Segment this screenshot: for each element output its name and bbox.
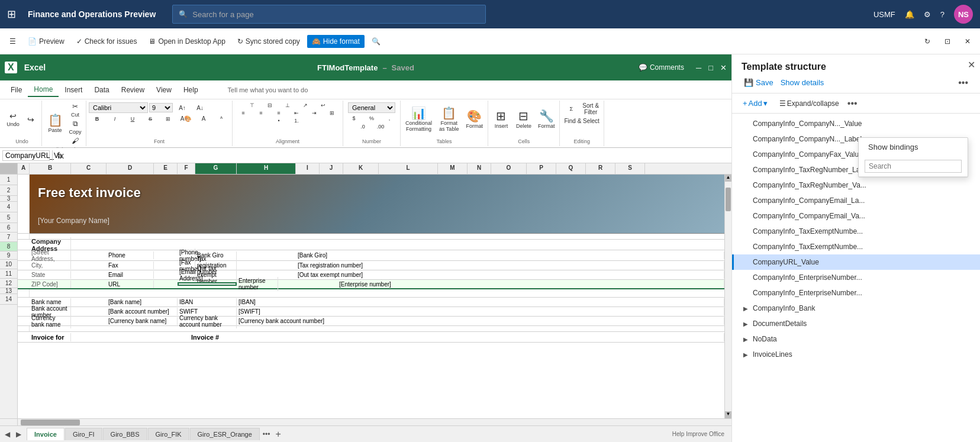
- sort-filter-btn[interactable]: Sort &Filter: [581, 102, 601, 116]
- tab-next-btn[interactable]: ▶: [14, 429, 24, 440]
- tab-help[interactable]: Help: [178, 83, 204, 96]
- row-9[interactable]: 9: [0, 251, 17, 260]
- preview-btn[interactable]: 📄 Preview: [23, 35, 69, 48]
- open-desktop-btn[interactable]: 🖥 Open in Desktop App: [144, 35, 230, 48]
- row-5[interactable]: 5: [0, 212, 17, 223]
- align-right-btn[interactable]: ≡: [270, 109, 287, 117]
- show-bindings-menu-item[interactable]: Show bindings: [859, 138, 968, 156]
- col-header-K[interactable]: K: [343, 163, 379, 174]
- row-2[interactable]: 2: [0, 185, 17, 196]
- vertical-scrollbar[interactable]: ▲ ▼: [724, 175, 731, 418]
- tree-item-ci8[interactable]: CompanyInfo_TaxExemptNumbe...: [732, 224, 980, 239]
- delete-cells-btn[interactable]: ⊟ Delete: [513, 109, 534, 130]
- col-header-Q[interactable]: Q: [556, 163, 586, 174]
- col-header-G[interactable]: G: [195, 163, 237, 174]
- excel-minimize-icon[interactable]: ─: [696, 63, 701, 72]
- row-12[interactable]: 12: [0, 279, 17, 288]
- tree-item-ci12[interactable]: CompanyInfo_EnterpriseNumber...: [732, 285, 980, 301]
- copy-btn[interactable]: ⧉Copy: [67, 119, 83, 135]
- conditional-formatting-btn[interactable]: 📊 ConditionalFormatting: [403, 106, 434, 133]
- cells-area[interactable]: Free text invoice [Your Company Name] Co…: [18, 175, 724, 418]
- row-10[interactable]: 10: [0, 260, 17, 269]
- check-issues-btn[interactable]: ✓ Check for issues: [72, 35, 142, 48]
- align-center-btn[interactable]: ≡: [253, 109, 269, 117]
- row-13[interactable]: 13: [0, 288, 17, 294]
- sheet-tab-invoice[interactable]: Invoice: [27, 428, 65, 440]
- increase-indent-btn[interactable]: ⇥: [306, 109, 323, 117]
- tree-item-ci7[interactable]: CompanyInfo_CompanyEmail_Va...: [732, 208, 980, 224]
- settings-icon[interactable]: ⚙: [924, 10, 931, 19]
- format-as-table-btn[interactable]: 📋 Formatas Table: [437, 106, 461, 133]
- undo-btn[interactable]: ↩Undo: [5, 111, 21, 128]
- sheet-tab-giro-esr[interactable]: Giro_ESR_Orange: [190, 428, 260, 440]
- merge-btn[interactable]: ⊞: [324, 109, 340, 117]
- numbering-btn[interactable]: 1.: [288, 117, 305, 124]
- tree-item-ci9[interactable]: CompanyInfo_TaxExemptNumbe...: [732, 239, 980, 254]
- font-color-btn[interactable]: A: [195, 115, 212, 122]
- tab-review[interactable]: Review: [115, 83, 150, 96]
- sheet-tab-giro-bbs[interactable]: Giro_BBS: [103, 428, 147, 440]
- tab-view[interactable]: View: [150, 83, 178, 96]
- col-header-P[interactable]: P: [527, 163, 556, 174]
- sync-btn[interactable]: ↻ Sync stored copy: [233, 35, 305, 48]
- tree-item-docdets[interactable]: ▶ DocumentDetails: [732, 316, 980, 331]
- col-header-E[interactable]: E: [154, 163, 178, 174]
- formula-input[interactable]: [69, 151, 729, 160]
- tab-home[interactable]: Home: [28, 83, 59, 97]
- row-4[interactable]: 4: [0, 202, 17, 212]
- app-grid-icon[interactable]: ⊞: [7, 8, 16, 21]
- redo-btn[interactable]: ↪: [22, 115, 39, 124]
- user-avatar[interactable]: NS: [954, 5, 973, 24]
- col-header-R[interactable]: R: [586, 163, 615, 174]
- align-top-btn[interactable]: ⊤: [244, 102, 260, 109]
- bold-btn[interactable]: B: [89, 115, 105, 122]
- col-header-C[interactable]: C: [71, 163, 107, 174]
- align-left-btn[interactable]: ≡: [235, 109, 252, 117]
- increase-decimal-btn[interactable]: .00: [372, 123, 389, 130]
- decrease-font-btn[interactable]: A↓: [192, 104, 208, 112]
- decrease-decimal-btn[interactable]: .0: [354, 123, 371, 130]
- panel-add-btn[interactable]: + Add ▾: [739, 97, 771, 109]
- row-8[interactable]: 8: [0, 242, 17, 251]
- search-btn[interactable]: 🔍: [367, 35, 385, 48]
- tell-me[interactable]: Tell me what you want to do: [228, 86, 308, 93]
- refresh-btn[interactable]: ↻: [920, 35, 935, 48]
- panel-save-btn[interactable]: 💾 Save: [742, 77, 776, 88]
- excel-maximize-icon[interactable]: □: [708, 63, 713, 72]
- panel-show-details[interactable]: Show details: [781, 78, 824, 87]
- underline-btn[interactable]: U: [124, 115, 141, 122]
- tree-item-ci6[interactable]: CompanyInfo_CompanyEmail_La...: [732, 193, 980, 208]
- col-header-O[interactable]: O: [491, 163, 527, 174]
- row-14[interactable]: 14: [0, 294, 17, 305]
- font-size-select[interactable]: 9: [149, 103, 173, 112]
- wrap-btn[interactable]: ᴬ: [213, 115, 230, 122]
- col-header-N[interactable]: N: [468, 163, 491, 174]
- tree-item-ci1[interactable]: CompanyInfo_CompanyN..._Value: [732, 116, 980, 131]
- tree-item-invoicelines[interactable]: ▶ InvoiceLines: [732, 347, 980, 362]
- hamburger-btn[interactable]: ☰: [5, 35, 21, 48]
- tree-item-ci11[interactable]: CompanyInfo_EnterpriseNumber...: [732, 270, 980, 285]
- help-icon[interactable]: ?: [940, 10, 944, 19]
- format-cells-btn[interactable]: 🔧 Format: [536, 109, 557, 130]
- tab-prev-btn[interactable]: ◀: [2, 429, 12, 440]
- format-painter-btn[interactable]: 🖌: [67, 136, 83, 146]
- panel-more-options-btn[interactable]: •••: [956, 78, 971, 88]
- fill-color-btn[interactable]: A🎨: [178, 115, 194, 122]
- hide-format-btn[interactable]: 🙈 Hide format: [307, 35, 365, 48]
- comma-btn[interactable]: ,: [381, 115, 398, 122]
- col-header-I[interactable]: I: [296, 163, 320, 174]
- sheet-add-btn[interactable]: +: [273, 429, 283, 440]
- tree-item-bank[interactable]: ▶ CompanyInfo_Bank: [732, 301, 980, 316]
- row-3[interactable]: 3: [0, 196, 17, 202]
- excel-close-icon[interactable]: ✕: [720, 63, 727, 72]
- sheet-tab-giro-fik[interactable]: Giro_FIK: [148, 428, 189, 440]
- insert-cells-btn[interactable]: ⊞ Insert: [491, 109, 512, 130]
- col-header-H[interactable]: H: [237, 163, 296, 174]
- strikethrough-btn[interactable]: S: [142, 115, 159, 122]
- row-11[interactable]: 11: [0, 269, 17, 279]
- increase-font-btn[interactable]: A↑: [174, 104, 191, 112]
- col-header-D[interactable]: D: [107, 163, 154, 174]
- sheet-more-btn[interactable]: •••: [260, 429, 273, 440]
- tab-file[interactable]: File: [5, 83, 28, 96]
- font-family-select[interactable]: Calibri: [89, 102, 148, 113]
